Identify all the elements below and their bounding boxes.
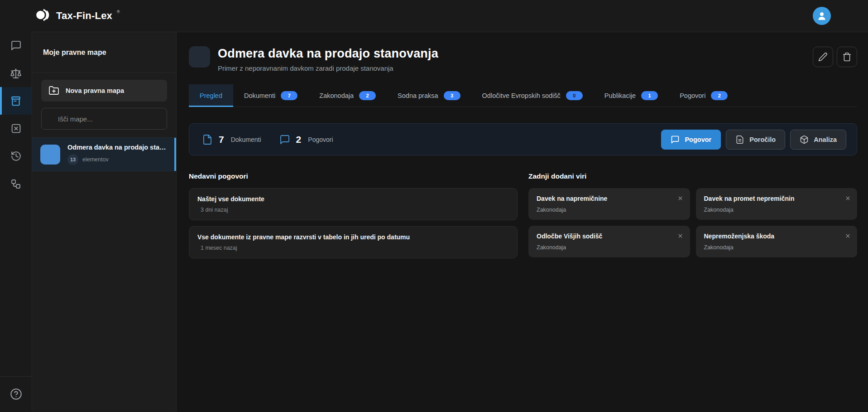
chat-button[interactable]: Pogovor <box>661 130 721 150</box>
tab-label: Publikacije <box>604 92 636 99</box>
brand-logo-icon <box>35 8 52 22</box>
tab-count-badge: 3 <box>444 91 460 100</box>
source-type: Zakonodaja <box>704 207 850 213</box>
brand: Tax-Fin-Lex ® <box>35 8 120 24</box>
conversation-time: 1 mesec nazaj <box>201 245 509 251</box>
tab-count-badge: 2 <box>359 91 376 100</box>
tab-count-badge: 1 <box>641 91 658 100</box>
overview-bar: 7 Dokumenti 2 Pogovori Pogovor <box>189 123 857 155</box>
box-icon <box>800 135 809 144</box>
rail-bottom <box>0 376 32 412</box>
sidebar-header: Moje pravne mape <box>32 32 176 73</box>
folder-count-label: elementov <box>82 156 109 163</box>
overview-actions: Pogovor Poročilo Analiza <box>661 130 846 150</box>
documents-count: 7 <box>219 134 224 145</box>
sidebar: Moje pravne mape Nova pravna mapa Odmera… <box>32 32 177 412</box>
tab[interactable]: Odločitve Evropskih sodišč 0 <box>471 84 594 107</box>
report-button-label: Poročilo <box>749 136 776 143</box>
tab[interactable]: Pogovori 2 <box>669 84 739 107</box>
source-type: Zakonodaja <box>704 244 850 251</box>
page-title: Odmera davka na prodajo stanovanja <box>218 47 805 61</box>
scales-icon <box>10 68 22 79</box>
folder-cover-avatar <box>189 46 210 68</box>
source-title: Odločbe Višjih sodišč <box>537 233 683 240</box>
rail-item-help[interactable] <box>0 383 32 405</box>
tab[interactable]: Publikacije 1 <box>594 84 669 107</box>
tab[interactable]: Pregled <box>189 84 233 107</box>
source-type: Zakonodaja <box>537 207 683 213</box>
edit-button[interactable] <box>813 47 833 67</box>
main-content: Odmera davka na prodajo stanovanja Prime… <box>177 32 868 412</box>
documents-label: Dokumenti <box>231 136 261 143</box>
tab-bar: Pregled Dokumenti 7 Zakonodaja 2 Sodna p… <box>189 84 857 107</box>
conversation-item[interactable]: Vse dokumente iz pravne mape razvrsti v … <box>189 226 518 258</box>
folder-list: Odmera davka na prodajo stanovanja 13 el… <box>32 137 176 171</box>
history-icon <box>10 150 22 162</box>
tab-label: Pregled <box>200 92 222 99</box>
delete-button[interactable] <box>837 47 857 67</box>
page-header: Odmera davka na prodajo stanovanja Prime… <box>189 46 857 72</box>
sidebar-title: Moje pravne mape <box>43 48 106 57</box>
tab-label: Pogovori <box>680 92 705 99</box>
rail-item-folders[interactable] <box>0 87 32 115</box>
close-icon[interactable] <box>844 232 852 240</box>
search-folders-input[interactable] <box>41 108 167 130</box>
close-icon[interactable] <box>844 194 852 202</box>
close-icon[interactable] <box>676 194 685 202</box>
file-icon <box>202 134 213 145</box>
user-icon <box>816 10 827 21</box>
conversations-count: 2 <box>296 134 302 145</box>
tab-label: Sodna praksa <box>398 92 438 99</box>
tab-count-badge: 0 <box>566 91 583 100</box>
folder-plus-icon <box>48 85 59 96</box>
report-button[interactable]: Poročilo <box>726 130 785 150</box>
tab[interactable]: Zakonodaja 2 <box>308 84 387 107</box>
recent-sources-title: Zadnji dodani viri <box>528 172 857 180</box>
conversation-title: Naštej vse dokumente <box>197 195 509 203</box>
tab-count-badge: 2 <box>711 91 728 100</box>
help-circle-icon <box>10 388 22 400</box>
page-actions <box>813 46 857 67</box>
rail-item-history[interactable] <box>0 142 32 170</box>
source-item[interactable]: Davek na napremičnine Zakonodaja <box>528 188 690 220</box>
source-title: Nepremoženjska škoda <box>704 233 850 240</box>
rail-item-legal[interactable] <box>0 59 32 87</box>
brand-name: Tax-Fin-Lex <box>56 8 112 24</box>
tab-label: Dokumenti <box>244 92 275 99</box>
conversation-item[interactable]: Naštej vse dokumente 3 dni nazaj <box>189 188 518 220</box>
new-folder-label: Nova pravna mapa <box>66 87 124 94</box>
conversations-stat: 2 Pogovori <box>279 134 333 145</box>
conversation-time: 3 dni nazaj <box>201 207 509 213</box>
recent-conversations-title: Nedavni pogovori <box>189 172 518 180</box>
tab[interactable]: Sodna praksa 3 <box>387 84 471 107</box>
folder-item[interactable]: Odmera davka na prodajo stanovanja 13 el… <box>32 137 176 171</box>
folder-count-badge: 13 <box>67 154 78 165</box>
conversation-title: Vse dokumente iz pravne mape razvrsti v … <box>197 233 509 241</box>
rail-item-chat[interactable] <box>0 32 32 59</box>
topbar: Tax-Fin-Lex ® <box>0 0 868 32</box>
analysis-button-label: Analiza <box>814 136 837 143</box>
source-item[interactable]: Nepremoženjska škoda Zakonodaja <box>696 226 858 257</box>
recent-sources-section: Zadnji dodani viri Davek na napremičnine… <box>528 172 857 258</box>
folder-avatar <box>40 145 60 165</box>
source-title: Davek na promet nepremičnin <box>704 195 850 202</box>
close-square-icon <box>10 123 22 134</box>
page-subtitle: Primer z neporavnanim davkom zaradi prod… <box>218 64 805 72</box>
source-item[interactable]: Odločbe Višjih sodišč Zakonodaja <box>528 226 690 257</box>
chat-icon <box>671 135 680 144</box>
new-folder-button[interactable]: Nova pravna mapa <box>41 80 167 102</box>
workflow-icon <box>10 179 21 189</box>
registered-mark: ® <box>117 10 120 14</box>
source-title: Davek na napremičnine <box>537 195 683 202</box>
analysis-button[interactable]: Analiza <box>790 130 846 150</box>
trash-icon <box>842 52 852 62</box>
tab[interactable]: Dokumenti 7 <box>233 84 308 107</box>
close-icon[interactable] <box>676 232 685 240</box>
rail-item-calculator[interactable] <box>0 115 32 142</box>
conversation-list: Naštej vse dokumente 3 dni nazaj Vse dok… <box>189 188 518 258</box>
rail-item-integrations[interactable] <box>0 170 32 198</box>
user-avatar-button[interactable] <box>813 7 831 25</box>
source-item[interactable]: Davek na promet nepremičnin Zakonodaja <box>696 188 858 220</box>
documents-stat: 7 Dokumenti <box>202 134 261 145</box>
file-text-icon <box>735 135 744 144</box>
